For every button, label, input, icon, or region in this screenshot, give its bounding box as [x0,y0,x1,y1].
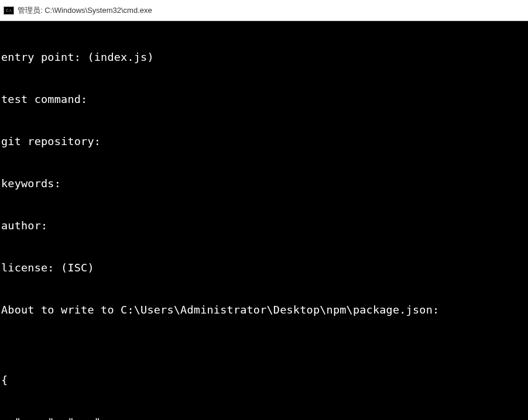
terminal-line: entry point: (index.js) [1,50,527,64]
terminal-line: keywords: [1,177,527,191]
cmd-window: 管理员: C:\Windows\System32\cmd.exe entry p… [0,0,528,420]
terminal-line: git repository: [1,135,527,149]
terminal-line: author: [1,219,527,233]
title-bar[interactable]: 管理员: C:\Windows\System32\cmd.exe [0,0,528,21]
terminal-line: license: (ISC) [1,261,527,275]
terminal-output[interactable]: entry point: (index.js) test command: gi… [0,21,528,420]
terminal-line: test command: [1,92,527,106]
cmd-icon [4,6,14,15]
window-title: 管理员: C:\Windows\System32\cmd.exe [18,5,152,16]
terminal-line: { [1,373,527,387]
terminal-line: About to write to C:\Users\Administrator… [1,303,527,317]
terminal-line: "name": "npm", [1,415,527,420]
